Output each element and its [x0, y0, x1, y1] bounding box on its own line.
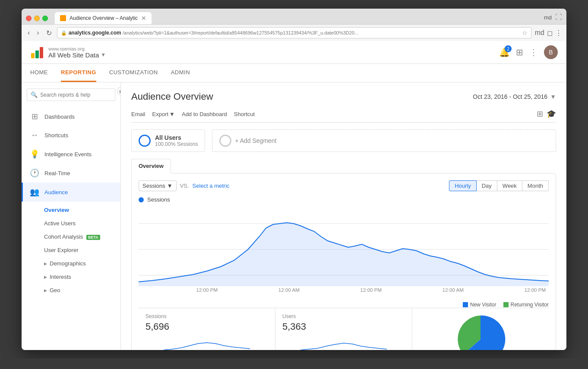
account-name[interactable]: All Web Site Data ▼	[48, 51, 106, 59]
address-text: analytics.google.com /analytics/web/?pli…	[69, 30, 359, 36]
add-segment-button[interactable]: + Add Segment	[212, 129, 556, 152]
time-btn-week[interactable]: Week	[497, 180, 522, 191]
sidebar-item-intelligence[interactable]: 💡 Intelligence Events	[22, 145, 120, 164]
graduation-icon[interactable]: 🎓	[547, 109, 556, 119]
ga-content: Audience Overview Oct 23, 2016 - Oct 25,…	[121, 82, 566, 350]
stat-users-chart	[282, 335, 405, 350]
metric-dropdown-arrow: ▼	[167, 183, 173, 189]
window-controls[interactable]	[26, 16, 48, 21]
notifications-button[interactable]: 🔔 2	[499, 47, 510, 57]
shortcut-button[interactable]: Shortcut	[234, 111, 255, 117]
nav-item-customization[interactable]: CUSTOMIZATION	[109, 64, 158, 82]
segment-bar: All Users 100.00% Sessions + Add Segment	[131, 129, 556, 152]
select-metric-link[interactable]: Select a metric	[193, 183, 230, 189]
visitors-pie-chart	[455, 313, 506, 350]
ga-header: www.openias.org All Web Site Data ▼ 🔔 2 …	[22, 41, 566, 64]
sidebar-sub-item-cohort-analysis[interactable]: Cohort Analysis BETA	[22, 230, 120, 243]
grid-view-icon[interactable]: ⊞	[537, 109, 543, 119]
stat-sessions-chart	[145, 335, 268, 350]
svg-text:12:00 PM: 12:00 PM	[196, 287, 218, 293]
stat-sessions-value: 5,696	[145, 321, 268, 332]
stat-users-value: 5,363	[282, 321, 405, 332]
export-button[interactable]: Export ▼	[152, 111, 175, 117]
date-range-arrow: ▼	[550, 93, 556, 100]
sidebar-sub-item-overview[interactable]: Overview	[22, 203, 120, 217]
bookmark-icon[interactable]: ☆	[522, 29, 528, 36]
address-bar[interactable]: 🔒 analytics.google.com /analytics/web/?p…	[57, 27, 531, 38]
ga-main: ▶ 🔍 ⊞ Dashboards ↔ Shortcuts 💡 Int	[22, 82, 566, 350]
tab-close-button[interactable]: ✕	[141, 15, 146, 22]
fullscreen-icon[interactable]: ⛶	[555, 13, 562, 21]
sidebar-collapse-button[interactable]: ▶	[117, 87, 121, 95]
report-tabs: Overview	[131, 159, 556, 173]
svg-text:12:00 PM: 12:00 PM	[360, 287, 382, 293]
svg-rect-0	[31, 53, 35, 58]
ga-sidebar: ▶ 🔍 ⊞ Dashboards ↔ Shortcuts 💡 Int	[22, 82, 121, 350]
close-button[interactable]	[26, 16, 32, 21]
sidebar-label-shortcuts: Shortcuts	[44, 132, 68, 139]
minimize-button[interactable]	[34, 16, 40, 21]
time-btn-hourly[interactable]: Hourly	[449, 180, 477, 191]
returning-visitor-legend: Returning Visitor	[503, 302, 549, 308]
nav-item-admin[interactable]: ADMIN	[171, 64, 190, 82]
search-input[interactable]	[40, 92, 111, 98]
time-btn-day[interactable]: Day	[477, 180, 497, 191]
sidebar-sub-item-interests[interactable]: Interests	[22, 270, 120, 284]
user-avatar[interactable]: B	[544, 45, 558, 59]
add-dashboard-button[interactable]: Add to Dashboard	[182, 111, 227, 117]
sidebar-label-intelligence: Intelligence Events	[44, 151, 92, 158]
nav-item-home[interactable]: HOME	[30, 64, 48, 82]
audience-sub-section: Overview Active Users Cohort Analysis BE…	[22, 202, 120, 299]
sidebar-label-audience: Audience	[44, 189, 68, 196]
sidebar-sub-item-active-users[interactable]: Active Users	[22, 217, 120, 230]
new-visitor-color	[463, 302, 468, 307]
segment-info: All Users 100.00% Sessions	[155, 134, 198, 147]
ga-logo-area: www.openias.org All Web Site Data ▼	[30, 45, 106, 59]
nav-item-reporting[interactable]: REPORTING	[61, 64, 96, 82]
url-path: /analytics/web/?pli=1&authuser=3#report/…	[123, 30, 358, 35]
reload-button[interactable]: ↻	[44, 28, 54, 38]
time-buttons: Hourly Day Week Month	[449, 180, 549, 191]
time-btn-month[interactable]: Month	[522, 180, 549, 191]
metric-label: Sessions	[142, 183, 165, 189]
browser-tab[interactable]: Audience Overview – Analytic ✕	[55, 12, 152, 24]
search-icon: 🔍	[31, 91, 38, 98]
new-visitor-label: New Visitor	[470, 302, 496, 308]
realtime-icon: 🕐	[30, 168, 39, 178]
tab-title: Audience Overview – Analytic	[70, 15, 138, 21]
browser-icon[interactable]: ◻	[547, 29, 553, 37]
more-options-button[interactable]: ⋮	[529, 47, 538, 57]
tab-overview[interactable]: Overview	[131, 159, 171, 173]
sidebar-item-dashboards[interactable]: ⊞ Dashboards	[22, 107, 120, 126]
add-segment-circle	[219, 135, 231, 147]
account-dropdown-arrow[interactable]: ▼	[101, 52, 106, 58]
maximize-button[interactable]	[42, 16, 48, 21]
sessions-legend: Sessions	[139, 196, 549, 203]
sidebar-sub-item-geo[interactable]: Geo	[22, 284, 120, 297]
date-range-picker[interactable]: Oct 23, 2016 - Oct 25, 2016 ▼	[473, 93, 556, 100]
sidebar-sub-item-user-explorer[interactable]: User Explorer	[22, 243, 120, 257]
sidebar-sub-item-demographics[interactable]: Demographics	[22, 257, 120, 270]
menu-icon[interactable]: ⋮	[555, 29, 562, 37]
account-url: www.openias.org	[48, 46, 106, 51]
metric-dropdown[interactable]: Sessions ▼	[139, 180, 177, 191]
email-button[interactable]: Email	[131, 111, 145, 117]
chart-controls: Sessions ▼ VS. Select a metric Hourly Da…	[139, 180, 549, 191]
all-users-segment[interactable]: All Users 100.00% Sessions	[131, 129, 205, 152]
metric-select: Sessions ▼ VS. Select a metric	[139, 180, 230, 191]
apps-button[interactable]: ⊞	[516, 47, 523, 57]
tab-favicon	[60, 15, 66, 21]
forward-button[interactable]: ›	[35, 28, 41, 38]
sidebar-item-audience[interactable]: 👥 Audience	[22, 183, 120, 202]
returning-visitor-label: Returning Visitor	[511, 302, 549, 308]
sidebar-item-shortcuts[interactable]: ↔ Shortcuts	[22, 126, 120, 145]
extensions-icon[interactable]: md	[535, 29, 544, 37]
ga-header-icons: 🔔 2 ⊞ ⋮ B	[499, 45, 558, 59]
back-button[interactable]: ‹	[26, 28, 32, 38]
report-actions: Email Export ▼ Add to Dashboard Shortcut	[131, 111, 255, 117]
beta-badge: BETA	[86, 235, 100, 240]
shortcuts-icon: ↔	[30, 131, 39, 140]
sidebar-item-realtime[interactable]: 🕐 Real-Time	[22, 164, 120, 183]
sessions-legend-label: Sessions	[147, 196, 170, 203]
svg-text:12:00 PM: 12:00 PM	[525, 287, 546, 293]
